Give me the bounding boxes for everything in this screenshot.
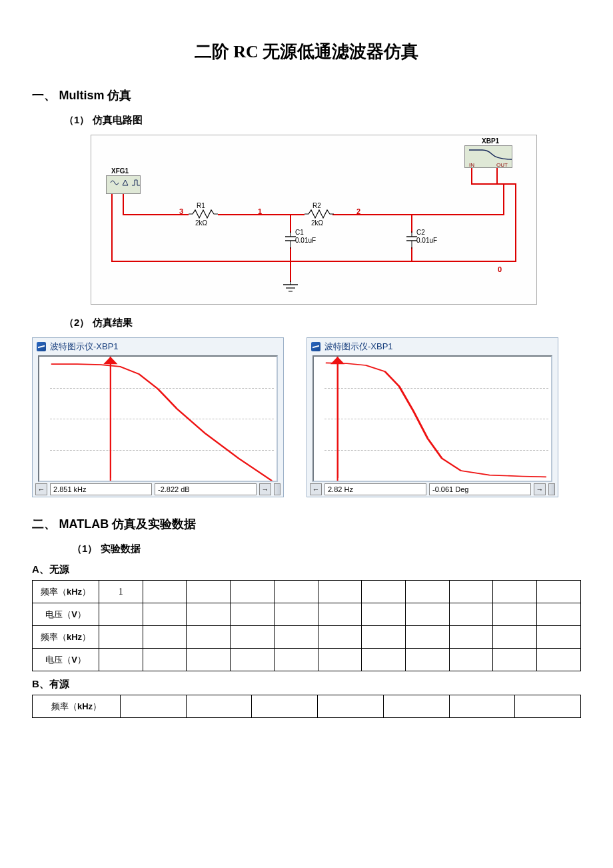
xbp1-out-label: OUT	[496, 163, 508, 169]
bode-bottom-bar-2: ← 2.82 Hz -0.061 Deg →	[307, 482, 558, 497]
c2-name: C2	[416, 229, 425, 236]
bode-panel-magnitude: 波特图示仪-XBP1 ← 2.851 kHz -2.822 dB →	[32, 337, 284, 497]
resistor-r2	[305, 209, 334, 219]
row-header-volt: 电压（V）	[33, 603, 99, 626]
subsection-1-2-text: （2） 仿真结果	[64, 317, 133, 328]
bode-title-2-text: 波特图示仪-XBP1	[324, 341, 393, 353]
table-b-latin: B	[32, 678, 39, 689]
table-b-active: 频率（kHz）	[32, 695, 581, 718]
node-0: 0	[498, 265, 502, 273]
circuit-diagram: XBP1 IN OUT XFG1 R1 2kΩ R2 2kΩ C1 0.	[91, 135, 537, 305]
c1-value: 0.01uF	[295, 237, 316, 244]
xbp1-instrument[interactable]: IN OUT	[464, 145, 512, 168]
section-1-heading: 一、 Multism 仿真	[32, 87, 581, 103]
xbp1-label: XBP1	[482, 137, 499, 145]
phase-curve	[314, 357, 551, 481]
r1-value: 2kΩ	[195, 219, 207, 227]
bode-icon	[311, 342, 320, 351]
table-row: 电压（V）	[33, 603, 581, 626]
cursor-y-value: -2.822 dB	[155, 483, 257, 495]
xfg1-instrument[interactable]	[106, 175, 141, 194]
row-header-freq: 频率（kHz）	[33, 695, 121, 718]
title-suffix: 无源低通滤波器仿真	[259, 42, 419, 61]
r1-name: R1	[197, 202, 205, 209]
bode-plot-phase[interactable]	[312, 355, 552, 482]
cursor-x-value: 2.82 Hz	[324, 483, 426, 495]
bode-icon	[466, 147, 514, 161]
bode-panel-phase: 波特图示仪-XBP1 ← 2.82 Hz -0.061 Deg →	[306, 337, 558, 497]
section-1-suffix: 仿真	[105, 89, 132, 102]
bode-panel-title-2: 波特图示仪-XBP1	[307, 338, 558, 355]
table-row: 频率（kHz）	[33, 626, 581, 649]
svg-marker-12	[103, 357, 117, 364]
bode-plot-magnitude[interactable]	[38, 355, 278, 482]
bode-panel-title-1: 波特图示仪-XBP1	[33, 338, 283, 355]
function-generator-icon	[108, 177, 143, 188]
section-2-heading: 二、 MATLAB 仿真及实验数据	[32, 516, 581, 532]
node-1: 1	[258, 207, 262, 215]
r2-name: R2	[312, 202, 321, 209]
cursor-x-value: 2.851 kHz	[50, 483, 152, 495]
subsection-1-2: （2） 仿真结果	[64, 317, 581, 329]
table-row: 电压（V）	[33, 649, 581, 671]
section-2-prefix: 二、	[32, 517, 59, 531]
magnitude-curve	[39, 357, 277, 481]
cursor-prev-button[interactable]: ←	[35, 483, 47, 495]
table-b-label: B、有源	[32, 678, 581, 691]
page-title: 二阶 RC 无源低通滤波器仿真	[32, 40, 581, 63]
resize-handle[interactable]	[548, 483, 555, 495]
cursor-next-button[interactable]: →	[259, 483, 271, 495]
node-2: 2	[356, 207, 360, 215]
title-prefix: 二阶	[195, 42, 234, 61]
table-a-passive: 频率（kHz） 1 电压（V） 频率（kHz） 电压（V）	[32, 580, 581, 671]
subsection-2-1-text: （1） 实验数据	[72, 543, 141, 554]
table-a-latin: A	[32, 563, 39, 575]
r2-value: 2kΩ	[311, 219, 323, 227]
table-row: 频率（kHz） 1	[33, 581, 581, 603]
cursor-y-value: -0.061 Deg	[429, 483, 531, 495]
node-3: 3	[179, 207, 183, 215]
cursor-prev-button[interactable]: ←	[310, 483, 322, 495]
section-1-latin: Multism	[59, 89, 105, 102]
resistor-r1	[189, 209, 218, 219]
title-latin: RC	[233, 42, 259, 61]
subsection-1-1: （1） 仿真电路图	[64, 114, 581, 127]
cursor-next-button[interactable]: →	[534, 483, 546, 495]
subsection-1-1-text: （1） 仿真电路图	[64, 114, 143, 125]
row-header-freq: 频率（kHz）	[33, 626, 99, 649]
cell: 1	[99, 581, 143, 603]
table-row: 频率（kHz）	[33, 695, 581, 718]
subsection-2-1: （1） 实验数据	[72, 543, 581, 555]
section-1-prefix: 一、	[32, 89, 59, 102]
c2-value: 0.01uF	[416, 237, 437, 244]
table-b-suffix: 、有源	[39, 679, 69, 689]
svg-marker-13	[330, 357, 344, 364]
c1-name: C1	[295, 229, 304, 236]
bode-title-1-text: 波特图示仪-XBP1	[50, 341, 119, 353]
bode-icon	[37, 342, 46, 351]
xfg1-label: XFG1	[111, 167, 129, 175]
table-a-label: A、无源	[32, 563, 581, 576]
table-a-suffix: 、无源	[39, 564, 69, 575]
row-header-volt: 电压（V）	[33, 649, 99, 671]
row-header-freq: 频率（kHz）	[33, 581, 99, 603]
section-2-latin: MATLAB	[59, 517, 109, 531]
section-2-suffix: 仿真及实验数据	[109, 517, 196, 531]
resize-handle[interactable]	[274, 483, 281, 495]
bode-plots-row: 波特图示仪-XBP1 ← 2.851 kHz -2.822 dB → 波特图示仪…	[32, 337, 581, 497]
ground-symbol	[282, 281, 299, 295]
bode-bottom-bar-1: ← 2.851 kHz -2.822 dB →	[33, 482, 283, 497]
